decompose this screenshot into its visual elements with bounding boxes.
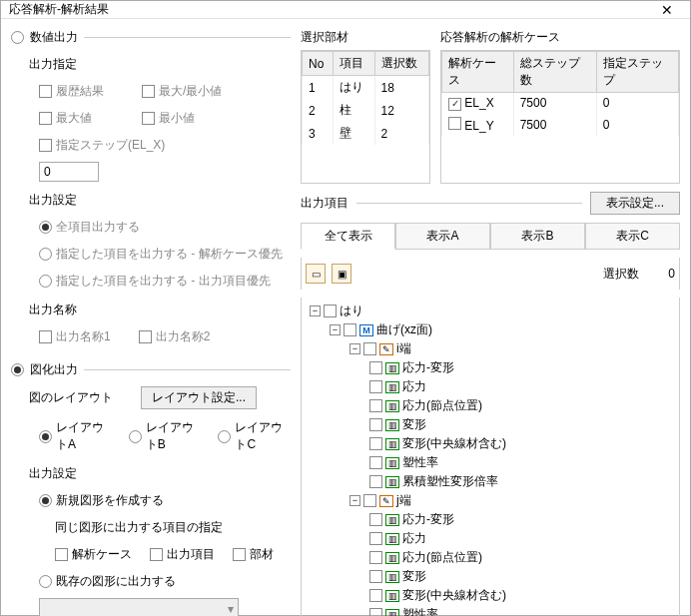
- ▥-icon: ▥: [385, 381, 399, 393]
- tree-item[interactable]: ▥応力-変形: [306, 358, 675, 377]
- output-tree[interactable]: −はり−M曲げ(xz面)−✎i端▥応力-変形▥応力▥応力(節点位置)▥変形▥変形…: [301, 298, 680, 616]
- layoutA-radio[interactable]: [39, 430, 52, 443]
- tree-check[interactable]: [369, 475, 382, 488]
- tab-b[interactable]: 表示B: [490, 223, 585, 249]
- tree-item[interactable]: ▥応力(節点位置): [306, 396, 675, 415]
- tree-check[interactable]: [324, 305, 337, 317]
- tree-item[interactable]: −M曲げ(xz面): [306, 320, 675, 339]
- numeric-output-label: 数値出力: [30, 29, 78, 46]
- out-items-label: 出力項目: [301, 195, 348, 212]
- output-spec-label: 出力指定: [29, 56, 291, 73]
- sel-count-value: 0: [645, 267, 675, 281]
- all-items-radio[interactable]: [39, 221, 52, 234]
- case-table: 解析ケース総ステップ数指定ステップ EL_X75000 EL_Y75000: [441, 51, 679, 136]
- spec-case-radio[interactable]: [39, 248, 52, 261]
- history-check[interactable]: [39, 85, 52, 98]
- tree-check[interactable]: [369, 570, 382, 583]
- min-check[interactable]: [142, 112, 155, 125]
- ▥-icon: ▥: [385, 533, 399, 545]
- tab-a[interactable]: 表示A: [395, 223, 490, 249]
- name1-check[interactable]: [39, 330, 52, 343]
- tree-check[interactable]: [369, 437, 382, 450]
- tree-check[interactable]: [363, 494, 376, 507]
- tree-check[interactable]: [369, 418, 382, 431]
- numeric-output-radio[interactable]: [11, 31, 24, 44]
- tree-item[interactable]: −✎i端: [306, 339, 675, 358]
- toggle-icon[interactable]: −: [349, 495, 360, 506]
- layout-label: 図のレイアウト: [29, 389, 113, 406]
- name2-check[interactable]: [139, 330, 152, 343]
- tree-check[interactable]: [369, 380, 382, 393]
- output-setting-label: 出力設定: [29, 192, 291, 209]
- tree-item[interactable]: ▥応力: [306, 529, 675, 548]
- tree-check[interactable]: [369, 608, 382, 616]
- ▥-icon: ▥: [385, 609, 399, 617]
- table-row[interactable]: 3壁2: [303, 122, 429, 145]
- sel-member-label: 選択部材: [301, 29, 430, 50]
- outitem-check[interactable]: [150, 548, 163, 561]
- ✎-icon: ✎: [379, 495, 393, 507]
- ▥-icon: ▥: [385, 514, 399, 526]
- layout-settings-button[interactable]: レイアウト設定...: [141, 386, 257, 409]
- existing-fig-select[interactable]: ▾: [39, 598, 239, 616]
- existing-fig-radio[interactable]: [39, 575, 52, 588]
- step-input[interactable]: [39, 162, 99, 182]
- toggle-icon[interactable]: −: [330, 324, 341, 335]
- ▥-icon: ▥: [385, 476, 399, 488]
- ▥-icon: ▥: [385, 590, 399, 602]
- ▥-icon: ▥: [385, 571, 399, 583]
- tab-c[interactable]: 表示C: [585, 223, 680, 249]
- tree-item[interactable]: ▥応力-変形: [306, 510, 675, 529]
- tree-item[interactable]: ▥応力: [306, 377, 675, 396]
- table-row[interactable]: 1はり18: [303, 76, 429, 100]
- tree-check[interactable]: [369, 589, 382, 602]
- dialog-title: 応答解析-解析結果: [9, 1, 652, 18]
- graphic-output-radio[interactable]: [11, 363, 24, 376]
- tree-item[interactable]: −はり: [306, 302, 675, 320]
- table-row[interactable]: EL_Y75000: [442, 114, 679, 136]
- spec-out-radio[interactable]: [39, 275, 52, 288]
- tree-check[interactable]: [369, 513, 382, 526]
- ▥-icon: ▥: [385, 457, 399, 469]
- member-check[interactable]: [233, 548, 246, 561]
- case-check[interactable]: [55, 548, 68, 561]
- tree-item[interactable]: ▥塑性率: [306, 453, 675, 472]
- layoutC-radio[interactable]: [218, 430, 231, 443]
- output-setting2-label: 出力設定: [29, 465, 291, 482]
- spec-step-check[interactable]: [39, 139, 52, 152]
- member-table: No項目選択数 1はり182柱123壁2: [302, 51, 429, 145]
- tree-item[interactable]: ▥変形(中央線材含む): [306, 586, 675, 605]
- tree-check[interactable]: [369, 456, 382, 469]
- table-row[interactable]: 2柱12: [303, 99, 429, 122]
- new-fig-radio[interactable]: [39, 494, 52, 507]
- tree-item[interactable]: ▥変形(中央線材含む): [306, 434, 675, 453]
- toggle-icon[interactable]: −: [349, 343, 360, 354]
- tree-check[interactable]: [369, 361, 382, 374]
- output-name-label: 出力名称: [29, 302, 291, 318]
- case-check[interactable]: [448, 117, 461, 130]
- toggle-icon[interactable]: −: [310, 306, 321, 316]
- tree-check[interactable]: [369, 399, 382, 412]
- ✎-icon: ✎: [379, 343, 393, 355]
- layoutB-radio[interactable]: [129, 430, 142, 443]
- max-check[interactable]: [39, 112, 52, 125]
- close-button[interactable]: ✕: [652, 2, 682, 18]
- tree-check[interactable]: [344, 323, 356, 336]
- tree-item[interactable]: ▥変形: [306, 415, 675, 434]
- table-row[interactable]: EL_X75000: [442, 93, 679, 114]
- ▥-icon: ▥: [385, 552, 399, 564]
- case-check[interactable]: [448, 98, 461, 111]
- expand-icon[interactable]: ▣: [332, 264, 351, 284]
- tree-check[interactable]: [363, 342, 376, 355]
- tree-item[interactable]: ▥塑性率: [306, 605, 675, 616]
- tree-item[interactable]: ▥応力(節点位置): [306, 548, 675, 567]
- maxmin-check[interactable]: [142, 85, 155, 98]
- collapse-icon[interactable]: ▭: [306, 264, 326, 284]
- tree-check[interactable]: [369, 532, 382, 545]
- tree-item[interactable]: −✎j端: [306, 491, 675, 510]
- display-settings-button[interactable]: 表示設定...: [590, 192, 680, 215]
- tab-all[interactable]: 全て表示: [301, 223, 395, 250]
- tree-item[interactable]: ▥変形: [306, 567, 675, 586]
- tree-check[interactable]: [369, 551, 382, 564]
- tree-item[interactable]: ▥累積塑性変形倍率: [306, 472, 675, 491]
